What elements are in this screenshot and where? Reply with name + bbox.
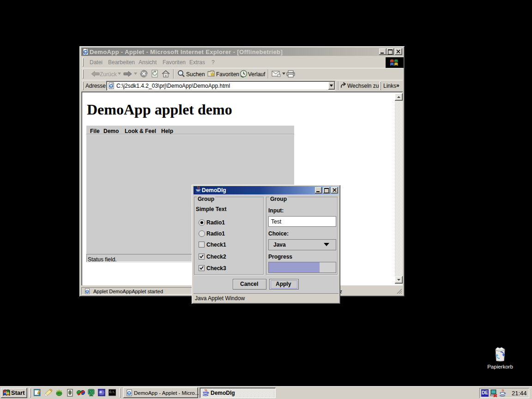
- svg-text:TZ: TZ: [90, 390, 93, 393]
- svg-text:C:\: C:\: [109, 390, 115, 393]
